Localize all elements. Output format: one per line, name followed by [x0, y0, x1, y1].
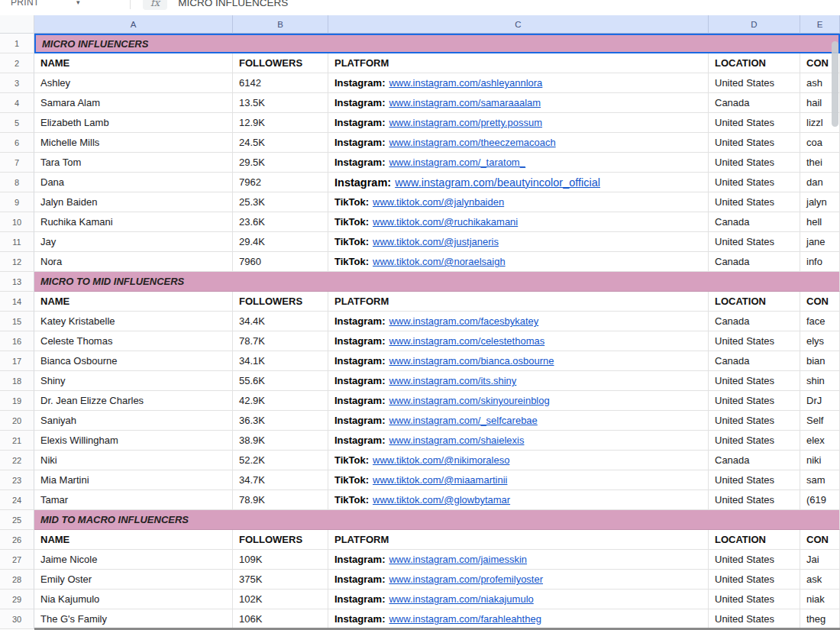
row-header[interactable]: 30 — [0, 609, 34, 629]
row-header[interactable]: 11 — [0, 232, 34, 252]
header-cell-location[interactable]: LOCATION — [709, 530, 800, 550]
row-header[interactable]: 25 — [0, 510, 34, 530]
cell-platform[interactable]: Instagram:www.instagram.com/samaraaalam — [328, 93, 709, 113]
platform-link[interactable]: www.instagram.com/pretty.possum — [389, 117, 542, 128]
cell-followers[interactable]: 12.9K — [233, 113, 328, 133]
row-header[interactable]: 14 — [0, 292, 34, 312]
cell-name[interactable]: Bianca Osbourne — [34, 351, 233, 371]
cell-name[interactable]: Samara Alam — [34, 93, 233, 113]
cell-followers[interactable]: 7962 — [233, 173, 328, 192]
cell-name[interactable]: Michelle Mills — [34, 133, 233, 153]
cell-name[interactable]: Jaime Nicole — [34, 550, 233, 570]
cell-location[interactable]: United States — [709, 590, 800, 609]
cell-followers[interactable]: 24.5K — [233, 133, 328, 153]
cell-followers[interactable]: 102K — [233, 590, 328, 609]
cell-name[interactable]: Nora — [34, 252, 233, 272]
cell-followers[interactable]: 52.2K — [233, 451, 328, 470]
row-header[interactable]: 26 — [0, 530, 34, 550]
cell-platform[interactable]: TikTok:www.tiktok.com/@justjaneris — [328, 232, 709, 252]
cell-followers[interactable]: 7960 — [233, 252, 328, 272]
cell-location[interactable]: United States — [709, 550, 800, 570]
cell-contact[interactable]: info — [800, 252, 840, 272]
cell-followers[interactable]: 78.7K — [233, 331, 328, 351]
cell-followers[interactable]: 78.9K — [233, 490, 328, 510]
column-header-A[interactable]: A — [34, 15, 233, 34]
platform-link[interactable]: www.instagram.com/niakajumulo — [389, 593, 533, 605]
platform-link[interactable]: www.instagram.com/beautyincolor_official — [395, 176, 600, 189]
cell-platform[interactable]: Instagram:www.instagram.com/beautyincolo… — [328, 173, 709, 192]
cell-contact[interactable]: elys — [800, 331, 840, 351]
cell-platform[interactable]: TikTok:www.tiktok.com/@glowbytamar — [328, 490, 709, 510]
platform-link[interactable]: www.instagram.com/its.shiny — [389, 375, 516, 386]
platform-link[interactable]: www.tiktok.com/@jalynbaiden — [373, 196, 504, 208]
header-cell-followers[interactable]: FOLLOWERS — [233, 530, 328, 550]
cell-location[interactable]: United States — [709, 570, 800, 590]
platform-link[interactable]: www.instagram.com/ashleyannlora — [389, 77, 542, 89]
cell-name[interactable]: Elexis Willingham — [34, 431, 233, 451]
section-label-cell[interactable]: MICRO TO MID INFLUENCERS — [34, 272, 840, 292]
cell-platform[interactable]: TikTok:www.tiktok.com/@nikimoraleso — [328, 451, 709, 470]
platform-link[interactable]: www.instagram.com/skinyoureinblog — [389, 395, 549, 406]
name-box[interactable]: PRINT — [0, 0, 76, 8]
cell-contact[interactable]: dan — [800, 173, 840, 192]
cell-platform[interactable]: Instagram:www.instagram.com/facesbykatey — [328, 312, 709, 331]
header-cell-name[interactable]: NAME — [34, 53, 233, 73]
cell-platform[interactable]: Instagram:www.instagram.com/bianca.osbou… — [328, 351, 709, 371]
header-cell-platform[interactable]: PLATFORM — [328, 530, 709, 550]
cell-platform[interactable]: TikTok:www.tiktok.com/@miaamartinii — [328, 470, 709, 490]
platform-link[interactable]: www.tiktok.com/@noraelsaigh — [373, 256, 506, 267]
cell-contact[interactable]: hell — [800, 212, 840, 232]
row-header[interactable]: 29 — [0, 590, 34, 609]
vertical-scrollbar[interactable] — [832, 41, 838, 127]
header-cell-location[interactable]: LOCATION — [709, 292, 800, 312]
cell-contact[interactable]: thei — [800, 153, 840, 173]
cell-name[interactable]: Niki — [34, 451, 233, 470]
cell-platform[interactable]: Instagram:www.instagram.com/theeczemacoa… — [328, 133, 709, 153]
cell-name[interactable]: Ruchika Kamani — [34, 212, 233, 232]
cell-location[interactable]: United States — [709, 153, 800, 173]
cell-name[interactable]: Tara Tom — [34, 153, 233, 173]
cell-contact[interactable]: coa — [800, 133, 840, 153]
cell-name[interactable]: Saniyah — [34, 411, 233, 431]
platform-link[interactable]: www.tiktok.com/@miaamartinii — [373, 474, 507, 486]
platform-link[interactable]: www.instagram.com/facesbykatey — [389, 315, 538, 327]
cell-contact[interactable]: Jai — [800, 550, 840, 570]
platform-link[interactable]: www.instagram.com/jaimesskin — [389, 554, 527, 565]
platform-link[interactable]: www.tiktok.com/@ruchikakamani — [373, 216, 518, 228]
cell-platform[interactable]: Instagram:www.instagram.com/profemilyost… — [328, 570, 709, 590]
row-header[interactable]: 13 — [0, 272, 34, 292]
row-header[interactable]: 8 — [0, 173, 34, 192]
cell-followers[interactable]: 55.6K — [233, 371, 328, 391]
row-header[interactable]: 1 — [0, 34, 34, 53]
cell-location[interactable]: Canada — [709, 93, 800, 113]
cell-followers[interactable]: 29.4K — [233, 232, 328, 252]
cell-platform[interactable]: Instagram:www.instagram.com/_selfcarebae — [328, 411, 709, 431]
cell-platform[interactable]: Instagram:www.instagram.com/farahleahthe… — [328, 609, 709, 629]
cell-platform[interactable]: Instagram:www.instagram.com/jaimesskin — [328, 550, 709, 570]
cell-followers[interactable]: 36.3K — [233, 411, 328, 431]
section-label-cell[interactable]: MICRO INFLUENCERS — [34, 34, 840, 53]
cell-contact[interactable]: theg — [800, 609, 840, 629]
row-header[interactable]: 7 — [0, 153, 34, 173]
platform-link[interactable]: www.tiktok.com/@justjaneris — [373, 236, 499, 247]
cell-location[interactable]: Canada — [709, 212, 800, 232]
cell-name[interactable]: Emily Oster — [34, 570, 233, 590]
cell-name[interactable]: Nia Kajumulo — [34, 590, 233, 609]
cell-platform[interactable]: Instagram:www.instagram.com/shaielexis — [328, 431, 709, 451]
cell-location[interactable]: United States — [709, 73, 800, 93]
platform-link[interactable]: www.instagram.com/_selfcarebae — [389, 415, 537, 426]
row-header[interactable]: 18 — [0, 371, 34, 391]
cell-name[interactable]: Dr. Jean Elizze Charles — [34, 391, 233, 411]
column-header-E[interactable]: E — [800, 15, 840, 34]
header-cell-con[interactable]: CON — [800, 292, 840, 312]
row-header[interactable]: 3 — [0, 73, 34, 93]
row-header[interactable]: 2 — [0, 53, 34, 73]
cell-location[interactable]: Canada — [709, 451, 800, 470]
row-header[interactable]: 20 — [0, 411, 34, 431]
cell-contact[interactable]: ask — [800, 570, 840, 590]
cell-platform[interactable]: Instagram:www.instagram.com/its.shiny — [328, 371, 709, 391]
cell-location[interactable]: United States — [709, 192, 800, 212]
cell-location[interactable]: Canada — [709, 252, 800, 272]
row-header[interactable]: 28 — [0, 570, 34, 590]
cell-contact[interactable]: DrJ — [800, 391, 840, 411]
